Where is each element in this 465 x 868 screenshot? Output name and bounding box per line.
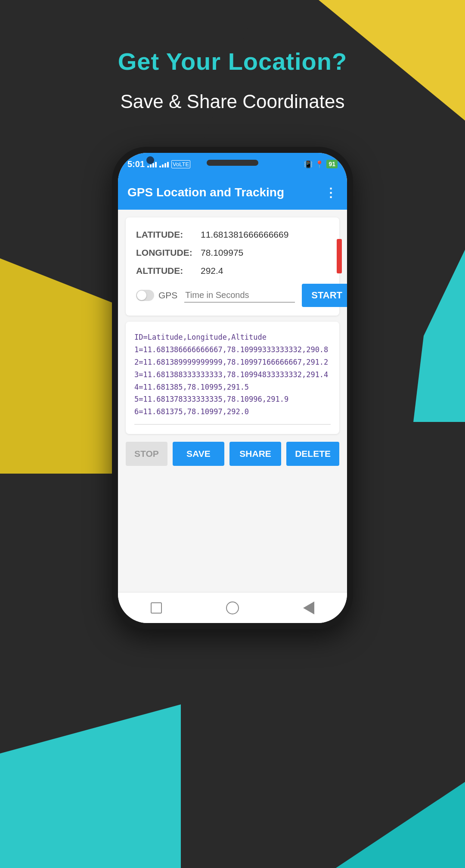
log-entry-5: 5=11.681378333333335,78.10996,291.9 xyxy=(134,393,331,406)
page-content: Get Your Location? Save & Share Coordina… xyxy=(0,0,465,868)
altitude-value: 292.4 xyxy=(201,266,223,276)
phone-speaker xyxy=(207,160,258,166)
altitude-row: ALTITUDE: 292.4 xyxy=(136,266,329,276)
status-time: 5:01 xyxy=(127,159,145,169)
data-log-content: ID=Latitude,Longitude,Altitude 1=11.6813… xyxy=(134,331,331,418)
subtitle: Save & Share Coordinates xyxy=(121,91,345,112)
signal-bar xyxy=(152,163,154,167)
longitude-value: 78.109975 xyxy=(201,248,243,258)
log-entry-6: 6=11.681375,78.10997,292.0 xyxy=(134,406,331,418)
longitude-row: LONGITUDE: 78.109975 xyxy=(136,248,329,258)
headline: Get Your Location? xyxy=(118,47,347,75)
toggle-circle xyxy=(137,291,146,300)
battery-icon: 91 xyxy=(326,160,338,168)
vo-icon: VoLTE xyxy=(171,160,190,168)
gps-toggle[interactable]: GPS xyxy=(136,290,177,301)
phone-inner: 5:01 xyxy=(118,153,347,623)
signal-bars-2 xyxy=(159,161,169,167)
latitude-row: LATITUDE: 11.681381666666669 xyxy=(136,229,329,240)
signal-bar xyxy=(155,162,157,167)
controls-row: GPS START xyxy=(136,279,329,307)
delete-button[interactable]: DELETE xyxy=(286,442,339,466)
battery-level: 91 xyxy=(329,161,335,167)
bottom-nav xyxy=(118,592,347,623)
toggle-knob[interactable] xyxy=(136,290,154,301)
action-buttons-row: STOP SAVE SHARE DELETE xyxy=(126,442,339,466)
signal-bar xyxy=(167,162,169,167)
signal-bar xyxy=(159,166,161,167)
vibrate-icon: 📳 xyxy=(304,160,313,168)
altitude-label: ALTITUDE: xyxy=(136,266,201,276)
latitude-value: 11.681381666666669 xyxy=(201,229,288,240)
signal-bar xyxy=(147,166,149,167)
log-entry-1: 1=11.681386666666667,78.10999333333332,2… xyxy=(134,344,331,356)
app-bar: GPS Location and Tracking ⋮ xyxy=(118,175,347,210)
signal-bar xyxy=(164,163,166,167)
gps-label: GPS xyxy=(158,290,177,301)
status-right: 📳 📍 91 xyxy=(304,160,338,168)
nav-circle-icon xyxy=(226,601,239,614)
nav-square-icon xyxy=(151,602,162,614)
status-left: 5:01 xyxy=(127,159,190,169)
longitude-label: LONGITUDE: xyxy=(136,248,201,258)
nav-triangle-icon xyxy=(303,601,314,614)
phone-mockup: 5:01 xyxy=(112,147,353,629)
app-body: LATITUDE: 11.681381666666669 LONGITUDE: … xyxy=(118,210,347,592)
signal-bar xyxy=(162,164,164,167)
share-button[interactable]: SHARE xyxy=(229,442,281,466)
latitude-label: LATITUDE: xyxy=(136,229,201,240)
stop-button[interactable]: STOP xyxy=(126,442,167,466)
phone-outer: 5:01 xyxy=(112,147,353,629)
log-entry-3: 3=11.681388333333333,78.10994833333332,2… xyxy=(134,369,331,381)
log-entry-2: 2=11.681389999999999,78.10997166666667,2… xyxy=(134,356,331,369)
nav-back-button[interactable] xyxy=(146,598,167,618)
save-button[interactable]: SAVE xyxy=(173,442,224,466)
more-options-icon[interactable]: ⋮ xyxy=(325,186,338,200)
log-header: ID=Latitude,Longitude,Altitude xyxy=(134,331,331,344)
phone-camera xyxy=(146,156,154,164)
data-log-divider xyxy=(134,424,331,425)
red-accent-bar xyxy=(337,239,342,273)
log-entry-4: 4=11.681385,78.10995,291.5 xyxy=(134,381,331,394)
nav-recent-button[interactable] xyxy=(298,598,319,618)
data-log-card: ID=Latitude,Longitude,Altitude 1=11.6813… xyxy=(126,322,339,434)
start-button[interactable]: START xyxy=(302,284,347,307)
signal-bar xyxy=(150,164,152,167)
location-icon: 📍 xyxy=(315,160,324,168)
nav-home-button[interactable] xyxy=(222,598,243,618)
location-card: LATITUDE: 11.681381666666669 LONGITUDE: … xyxy=(126,217,339,316)
app-title: GPS Location and Tracking xyxy=(127,186,284,199)
time-input[interactable] xyxy=(184,288,295,303)
